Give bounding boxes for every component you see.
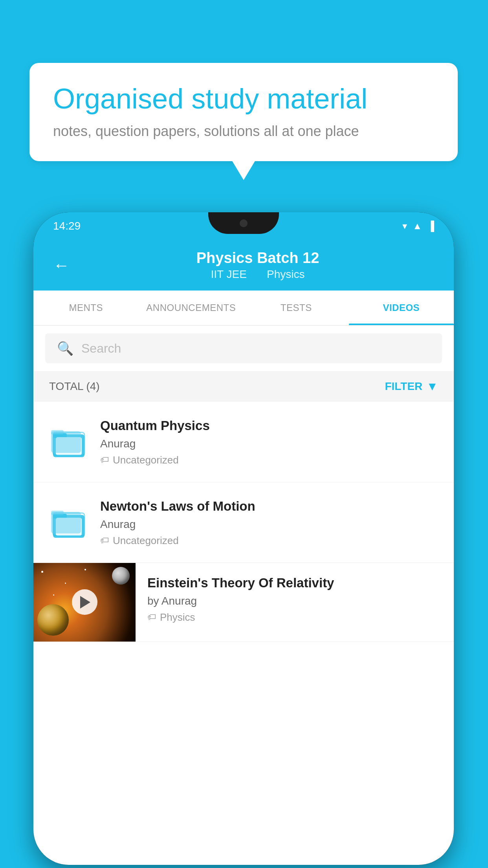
list-item[interactable]: Quantum Physics Anurag 🏷 Uncategorized	[33, 402, 454, 482]
star-graphic	[84, 569, 86, 570]
search-input-wrapper[interactable]: 🔍 Search	[45, 333, 442, 363]
svg-rect-5	[51, 430, 64, 434]
video-tag: 🏷 Uncategorized	[100, 535, 438, 547]
speech-bubble: Organised study material notes, question…	[29, 63, 458, 161]
video-tag: 🏷 Uncategorized	[100, 454, 438, 466]
video-title: Einstein's Theory Of Relativity	[147, 575, 442, 592]
batch-subject: Physics	[267, 268, 305, 280]
tab-tests[interactable]: TESTS	[244, 291, 349, 325]
play-button[interactable]	[72, 589, 97, 615]
star-graphic	[53, 594, 54, 596]
tag-label: Physics	[160, 611, 195, 623]
wifi-icon: ▾	[402, 221, 407, 232]
tag-icon: 🏷	[100, 455, 109, 465]
phone-content: ← Physics Batch 12 IIT JEE Physics MENTS…	[33, 240, 454, 865]
search-bar: 🔍 Search	[33, 326, 454, 371]
app-bar: ← Physics Batch 12 IIT JEE Physics	[33, 240, 454, 291]
tag-icon: 🏷	[100, 535, 109, 546]
video-info: Newton's Laws of Motion Anurag 🏷 Uncateg…	[100, 498, 438, 547]
phone-frame: 14:29 ▾ ▲ ▐ ← Physics Batch 12 IIT JEE P…	[33, 212, 454, 865]
status-time: 14:29	[53, 220, 81, 232]
tag-label: Uncategorized	[113, 454, 179, 466]
total-count: TOTAL (4)	[49, 380, 100, 393]
app-bar-text: Physics Batch 12 IIT JEE Physics	[81, 250, 434, 281]
svg-rect-11	[51, 511, 64, 515]
batch-category: IIT JEE	[211, 268, 247, 280]
filter-icon: ▼	[426, 380, 438, 393]
folder-icon	[49, 421, 88, 464]
notch	[208, 212, 279, 234]
video-title: Newton's Laws of Motion	[100, 498, 438, 515]
video-info: Einstein's Theory Of Relativity by Anura…	[136, 563, 454, 635]
filter-bar: TOTAL (4) FILTER ▼	[33, 371, 454, 402]
search-icon: 🔍	[57, 340, 73, 356]
battery-icon: ▐	[427, 221, 434, 232]
back-button[interactable]: ←	[53, 257, 70, 274]
status-bar: 14:29 ▾ ▲ ▐	[33, 212, 454, 240]
list-item[interactable]: Einstein's Theory Of Relativity by Anura…	[33, 563, 454, 642]
bubble-title: Organised study material	[53, 83, 434, 115]
tab-videos[interactable]: VIDEOS	[349, 291, 454, 325]
list-item[interactable]: Newton's Laws of Motion Anurag 🏷 Uncateg…	[33, 482, 454, 563]
video-title: Quantum Physics	[100, 417, 438, 434]
folder-svg	[51, 505, 86, 541]
status-icons: ▾ ▲ ▐	[402, 221, 434, 232]
tag-label: Uncategorized	[113, 535, 179, 547]
svg-rect-10	[51, 512, 81, 533]
video-author: by Anurag	[147, 595, 442, 607]
search-input[interactable]: Search	[81, 341, 121, 356]
signal-icon: ▲	[413, 221, 422, 232]
svg-rect-4	[51, 431, 81, 453]
play-icon	[80, 596, 90, 609]
camera-dot	[240, 219, 248, 227]
folder-icon	[49, 501, 88, 544]
bubble-subtitle: notes, question papers, solutions all at…	[53, 123, 434, 140]
app-bar-subtitle: IIT JEE Physics	[81, 268, 434, 281]
folder-svg	[51, 425, 86, 460]
star-graphic	[41, 571, 43, 573]
video-thumbnail	[33, 563, 136, 642]
app-bar-title: Physics Batch 12	[81, 250, 434, 267]
filter-button[interactable]: FILTER ▼	[385, 380, 438, 393]
video-author: Anurag	[100, 438, 438, 450]
tag-icon: 🏷	[147, 612, 156, 622]
video-info: Quantum Physics Anurag 🏷 Uncategorized	[100, 417, 438, 466]
planet-graphic	[37, 604, 69, 636]
planet2-graphic	[112, 567, 130, 585]
star-graphic	[65, 583, 66, 584]
video-author: Anurag	[100, 518, 438, 531]
filter-label: FILTER	[385, 380, 422, 393]
tab-announcements[interactable]: ANNOUNCEMENTS	[139, 291, 244, 325]
tab-ments[interactable]: MENTS	[33, 291, 139, 325]
video-list: Quantum Physics Anurag 🏷 Uncategorized	[33, 402, 454, 865]
tabs: MENTS ANNOUNCEMENTS TESTS VIDEOS	[33, 291, 454, 326]
video-tag: 🏷 Physics	[147, 611, 442, 623]
